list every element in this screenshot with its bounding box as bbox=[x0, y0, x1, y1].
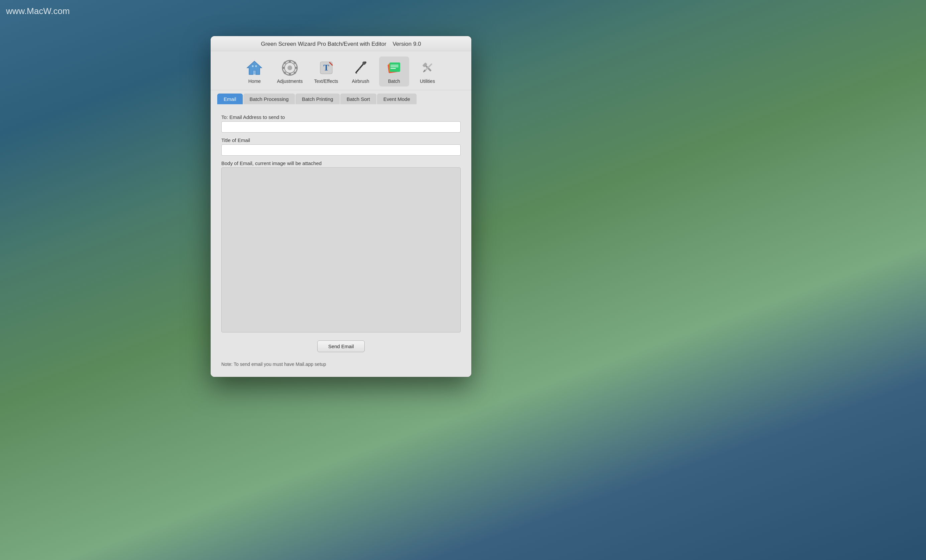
window-title: Green Screen Wizard Pro Batch/Event with… bbox=[261, 41, 421, 47]
body-textarea[interactable] bbox=[221, 168, 461, 332]
tab-batch-printing[interactable]: Batch Printing bbox=[295, 94, 339, 104]
body-field-group: Body of Email, current image will be att… bbox=[221, 160, 461, 332]
tabs: Email Batch Processing Batch Printing Ba… bbox=[210, 90, 471, 104]
airbrush-icon bbox=[352, 59, 369, 77]
toolbar-item-airbrush[interactable]: Airbrush bbox=[346, 56, 376, 86]
toolbar-label-batch: Batch bbox=[388, 78, 400, 84]
svg-text:T: T bbox=[323, 63, 329, 72]
toolbar-item-utilities[interactable]: Utilities bbox=[413, 56, 443, 86]
svg-point-14 bbox=[287, 65, 292, 70]
svg-rect-7 bbox=[289, 73, 291, 75]
to-input[interactable] bbox=[221, 121, 461, 133]
svg-point-22 bbox=[359, 68, 360, 69]
batch-icon bbox=[386, 59, 403, 77]
watermark: www.MacW.com bbox=[6, 6, 70, 17]
svg-line-18 bbox=[356, 63, 364, 72]
svg-point-21 bbox=[365, 62, 366, 63]
text-effects-icon: T bbox=[318, 59, 335, 77]
title-bar: Green Screen Wizard Pro Batch/Event with… bbox=[210, 36, 471, 51]
adjustments-icon bbox=[281, 59, 298, 77]
app-window: Green Screen Wizard Pro Batch/Event with… bbox=[210, 36, 471, 377]
svg-point-23 bbox=[358, 69, 359, 70]
tab-batch-sort[interactable]: Batch Sort bbox=[340, 94, 377, 104]
toolbar-label-home: Home bbox=[248, 78, 261, 84]
svg-rect-9 bbox=[295, 67, 298, 69]
send-button-row: Send Email bbox=[221, 337, 461, 356]
tab-batch-processing[interactable]: Batch Processing bbox=[244, 94, 295, 104]
toolbar-item-home[interactable]: Home bbox=[239, 56, 269, 86]
svg-rect-1 bbox=[252, 65, 254, 67]
send-email-button[interactable]: Send Email bbox=[317, 341, 365, 352]
svg-point-24 bbox=[360, 69, 361, 70]
utilities-icon bbox=[419, 59, 436, 77]
toolbar-label-airbrush: Airbrush bbox=[352, 78, 369, 84]
toolbar-item-adjustments[interactable]: Adjustments bbox=[273, 56, 307, 86]
tab-event-mode[interactable]: Event Mode bbox=[377, 94, 416, 104]
title-input[interactable] bbox=[221, 144, 461, 156]
body-label: Body of Email, current image will be att… bbox=[221, 160, 461, 166]
title-label: Title of Email bbox=[221, 137, 461, 143]
toolbar-item-batch[interactable]: Batch bbox=[379, 56, 409, 86]
to-field-group: To: Email Address to send to bbox=[221, 114, 461, 133]
toolbar: Home bbox=[210, 51, 471, 90]
svg-rect-2 bbox=[255, 65, 257, 67]
svg-rect-6 bbox=[289, 60, 291, 62]
toolbar-label-adjustments: Adjustments bbox=[277, 78, 303, 84]
content-area: To: Email Address to send to Title of Em… bbox=[210, 104, 471, 377]
home-icon bbox=[246, 59, 263, 77]
toolbar-label-utilities: Utilities bbox=[420, 78, 435, 84]
note-text: Note: To send email you must have Mail.a… bbox=[221, 362, 461, 367]
toolbar-label-text-effects: Text/Effects bbox=[314, 78, 338, 84]
to-label: To: Email Address to send to bbox=[221, 114, 461, 120]
tab-email[interactable]: Email bbox=[217, 94, 243, 104]
toolbar-item-text-effects[interactable]: T Text/Effects bbox=[310, 56, 342, 86]
svg-rect-8 bbox=[282, 67, 284, 69]
svg-rect-3 bbox=[253, 71, 256, 74]
title-field-group: Title of Email bbox=[221, 137, 461, 156]
